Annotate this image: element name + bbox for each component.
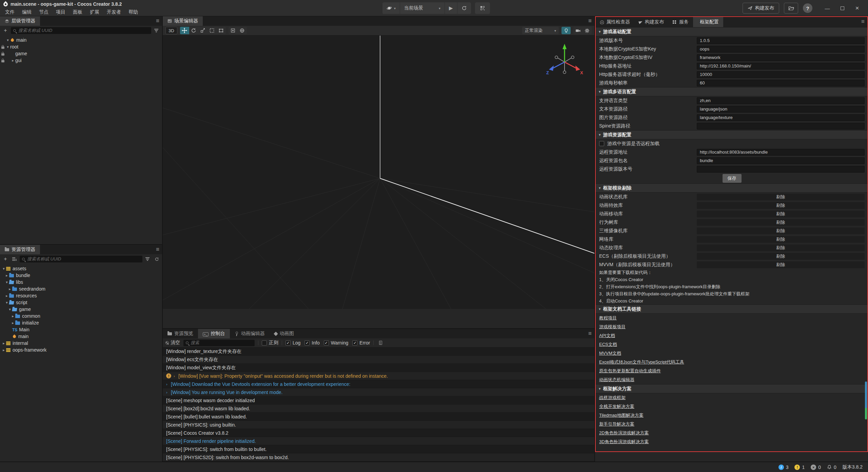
hierarchy-node[interactable]: main	[0, 37, 162, 43]
tree-expand-chevron[interactable]	[5, 38, 10, 42]
maximize-button[interactable]	[835, 3, 850, 14]
field-input[interactable]: 60	[697, 80, 865, 86]
menu-item[interactable]: 扩展	[86, 9, 103, 15]
doc-link[interactable]: MVVM文档	[599, 350, 621, 356]
tree-expand-chevron[interactable]	[7, 307, 12, 312]
3d-2d-toggle-button[interactable]: 3D	[165, 27, 177, 34]
field-input[interactable]: http://localhost:8083/assets/bundle	[697, 149, 865, 156]
doc-link[interactable]: Excel格式转Json文件与TypeScript代码工具	[599, 359, 684, 365]
tree-expand-chevron[interactable]	[4, 294, 9, 298]
doc-link[interactable]: Tiledmap地图解决方案	[599, 412, 644, 418]
lock-icon[interactable]	[1, 46, 4, 49]
inspector-tab[interactable]: 服务	[668, 17, 693, 27]
asset-node[interactable]: common	[0, 313, 162, 319]
menu-item[interactable]: 节点	[35, 9, 52, 15]
hierarchy-node[interactable]: gui	[0, 57, 162, 64]
minimize-button[interactable]: —	[820, 3, 835, 14]
field-input[interactable]: 10000	[697, 71, 865, 78]
warning-count-badge[interactable]: ! 1	[794, 465, 805, 470]
sort-assets-button[interactable]	[11, 256, 18, 262]
tab-assets[interactable]: 资源管理器	[0, 245, 40, 254]
doc-link[interactable]: 2D角色扮演游戏解决方案	[599, 430, 649, 436]
console-tab[interactable]: 控制台	[198, 329, 230, 338]
asset-node[interactable]: resources	[0, 292, 162, 299]
doc-link[interactable]: ECS文档	[599, 341, 617, 348]
asset-node[interactable]: internal	[0, 340, 162, 347]
log-row[interactable]: ! › [Scene] [bullet]:bullet wasm lib loa…	[163, 413, 594, 421]
checkbox-icon[interactable]	[304, 340, 310, 346]
doc-link[interactable]: 原生包热更新配置自动生成插件	[599, 368, 661, 374]
remove-module-button[interactable]: 剔除	[697, 202, 865, 209]
menu-item[interactable]: 面板	[69, 9, 86, 15]
field-input[interactable]	[697, 123, 865, 130]
axis-z[interactable]	[553, 62, 565, 68]
log-row[interactable]: ! › [Scene] meshopt wasm decoder initial…	[163, 396, 594, 405]
build-publish-button[interactable]: 构建发布	[743, 3, 779, 14]
log-row[interactable]: ! › [Scene] [PHYSICS2D]: switch from box…	[163, 453, 594, 461]
remove-module-button[interactable]: 剔除	[697, 261, 865, 268]
log-level-checkbox[interactable]: Info	[304, 340, 319, 346]
tab-hierarchy[interactable]: 层级管理器	[0, 16, 40, 26]
log-row[interactable]: ! › [Window] You are running Vue in deve…	[163, 388, 594, 396]
clear-console-button[interactable]: 清空	[165, 340, 180, 346]
assets-search-input[interactable]: 搜索名称或 UUID	[20, 256, 142, 262]
tree-expand-chevron[interactable]	[11, 321, 15, 325]
tree-expand-chevron[interactable]	[1, 267, 6, 271]
inspector-tab[interactable]: 构建发布	[634, 17, 668, 27]
tree-expand-chevron[interactable]	[7, 287, 12, 291]
field-input[interactable]: zh,en	[697, 97, 865, 104]
error-count-badge[interactable]: × 0	[811, 465, 821, 470]
notification-badge[interactable]: 0	[827, 465, 836, 470]
section-header[interactable]: ▾ 框架模块剔除	[596, 183, 867, 193]
tree-expand-chevron[interactable]	[4, 300, 9, 305]
menu-item[interactable]: 帮助	[125, 9, 142, 15]
add-node-button[interactable]: +	[2, 27, 9, 34]
tab-scene-editor[interactable]: 场景编辑器	[163, 16, 203, 26]
doc-link[interactable]: 新手引导解决方案	[599, 421, 634, 427]
coordinate-space-button[interactable]	[238, 27, 247, 34]
field-input[interactable]: 1.0.5	[697, 37, 865, 44]
save-button[interactable]: 保存	[723, 174, 742, 183]
log-file-button[interactable]	[377, 339, 384, 346]
doc-link[interactable]: 游戏模板项目	[599, 324, 626, 330]
help-button[interactable]: ?	[803, 3, 812, 13]
log-expand-chevron[interactable]: ›	[166, 382, 171, 386]
device-preview-button[interactable]	[475, 2, 490, 14]
section-header[interactable]: ▾ 游戏基础配置	[596, 27, 867, 36]
log-row[interactable]: ! › [Scene] [PHYSICS]: using builtin.	[163, 421, 594, 429]
log-row[interactable]: ! › [Window] ecs文件夹存在	[163, 356, 594, 364]
field-input[interactable]: framework	[697, 54, 865, 61]
lighting-toggle-button[interactable]	[561, 27, 571, 34]
tree-expand-chevron[interactable]	[11, 58, 15, 63]
field-input[interactable]: language/json	[697, 106, 865, 113]
axis-x[interactable]	[565, 62, 576, 68]
scene-viewport[interactable]: X Z	[163, 36, 594, 309]
log-row[interactable]: ! › [Window] [Vue warn]: Property "onInp…	[163, 372, 594, 380]
field-input[interactable]: language/texture	[697, 114, 865, 121]
asset-node[interactable]: oops-framework	[0, 347, 162, 353]
scene-select[interactable]: 当前场景 ▾	[400, 2, 445, 14]
doc-link[interactable]: 战棋游戏框架	[599, 395, 626, 401]
log-expand-chevron[interactable]: ›	[174, 374, 178, 378]
play-button[interactable]: ▶	[445, 2, 457, 14]
log-expand-chevron[interactable]: ›	[166, 390, 171, 394]
checkbox-icon[interactable]	[352, 340, 357, 346]
field-input[interactable]: bundle	[697, 157, 865, 164]
doc-link[interactable]: API文档	[599, 333, 615, 339]
lock-icon[interactable]	[1, 53, 4, 56]
field-input[interactable]	[697, 166, 865, 173]
hierarchy-node[interactable]: game	[0, 50, 162, 57]
hierarchy-search-input[interactable]: 搜索名称或 UUID	[11, 27, 151, 34]
asset-node[interactable]: script	[0, 299, 162, 306]
tree-expand-chevron[interactable]	[1, 341, 6, 346]
move-tool-button[interactable]	[180, 27, 189, 34]
console-tab[interactable]: 动画编辑器	[230, 329, 270, 338]
add-asset-button[interactable]: +	[2, 256, 9, 262]
inspector-tab[interactable]: 框架配置	[693, 17, 723, 27]
doc-link[interactable]: 动画状态机编辑器	[599, 377, 634, 383]
log-row[interactable]: ! › [Scene] Cocos Creator v3.8.2	[163, 429, 594, 437]
field-input[interactable]: oops	[697, 46, 865, 53]
refresh-assets-button[interactable]	[153, 256, 160, 262]
remove-module-button[interactable]: 剔除	[697, 194, 865, 200]
tree-expand-chevron[interactable]	[11, 314, 15, 318]
